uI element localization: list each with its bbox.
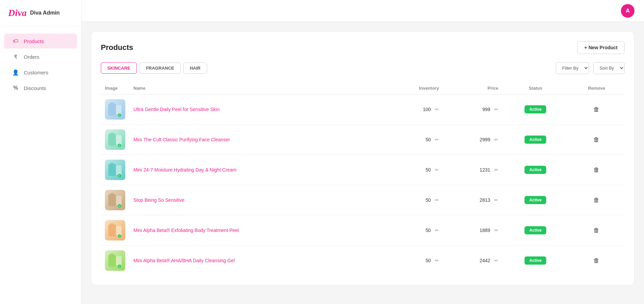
- product-name-cell: Mini Alpha Beta® AHA/BHA Daily Cleansing…: [129, 246, 381, 276]
- remove-cell: 🗑: [569, 215, 625, 246]
- product-name-link[interactable]: Stop Being So Sensitive: [133, 197, 184, 203]
- inventory-edit-icon[interactable]: ✏: [435, 197, 439, 203]
- topbar: A: [81, 0, 644, 22]
- inventory-edit-icon[interactable]: ✏: [435, 258, 439, 263]
- table-row: ✓ Mini The Cult Classic Purifying Face C…: [101, 125, 625, 155]
- new-product-button[interactable]: + New Product: [577, 41, 625, 54]
- sidebar-item-discounts[interactable]: Discounts: [4, 81, 77, 95]
- remove-cell: 🗑: [569, 94, 625, 125]
- price-cell: 1231 ✏: [443, 155, 502, 185]
- price-cell: 2813 ✏: [443, 185, 502, 215]
- remove-cell: 🗑: [569, 155, 625, 185]
- product-image: ✓: [105, 220, 125, 240]
- status-cell: Active: [502, 155, 569, 185]
- sidebar-nav: Products Orders Customers Discounts: [0, 26, 81, 103]
- inventory-cell: 50 ✏: [381, 155, 443, 185]
- svg-rect-21: [110, 223, 114, 226]
- filter-by-select[interactable]: Filter By: [556, 62, 589, 74]
- status-badge: Active: [525, 196, 546, 204]
- sidebar-item-label-customers: Customers: [24, 70, 49, 75]
- price-edit-icon[interactable]: ✏: [494, 258, 498, 263]
- remove-cell: 🗑: [569, 185, 625, 215]
- inventory-value: 50: [425, 258, 431, 263]
- product-image-cell: ✓: [101, 94, 129, 125]
- svg-rect-11: [110, 163, 114, 165]
- svg-rect-1: [110, 102, 114, 105]
- product-name-link[interactable]: Mini The Cult Classic Purifying Face Cle…: [133, 137, 230, 142]
- inventory-cell: 100 ✏: [381, 94, 443, 125]
- percent-icon: [12, 85, 19, 91]
- status-badge: Active: [525, 256, 546, 265]
- svg-rect-12: [116, 165, 122, 175]
- product-name-link[interactable]: Mini Alpha Beta® Exfoliating Body Treatm…: [133, 228, 239, 233]
- product-name-link[interactable]: Mini 24-7 Moisture Hydrating Day & Night…: [133, 167, 236, 173]
- col-status: Status: [502, 82, 569, 94]
- delete-icon[interactable]: 🗑: [593, 227, 600, 234]
- delete-icon[interactable]: 🗑: [593, 136, 600, 143]
- price-cell: 2999 ✏: [443, 125, 502, 155]
- table-row: ✓ Mini 24-7 Moisture Hydrating Day & Nig…: [101, 155, 625, 185]
- sidebar-item-customers[interactable]: Customers: [4, 65, 77, 80]
- delete-icon[interactable]: 🗑: [593, 106, 600, 113]
- product-name-cell: Mini Alpha Beta® Exfoliating Body Treatm…: [129, 215, 381, 246]
- svg-rect-16: [110, 193, 114, 196]
- table-row: ✓ Stop Being So Sensitive 50 ✏ 2813 ✏ Ac…: [101, 185, 625, 215]
- price-edit-icon[interactable]: ✏: [494, 197, 498, 203]
- price-cell: 999 ✏: [443, 94, 502, 125]
- delete-icon[interactable]: 🗑: [593, 257, 600, 264]
- col-image: Image: [101, 82, 129, 94]
- inventory-cell: 50 ✏: [381, 215, 443, 246]
- svg-rect-7: [116, 135, 122, 145]
- product-image-cell: ✓: [101, 246, 129, 276]
- content-area: Products + New Product SKINCARE FRAGRANC…: [81, 22, 644, 304]
- inventory-value: 50: [425, 228, 431, 233]
- logo-text: Diva: [8, 7, 26, 18]
- product-name-cell: Mini 24-7 Moisture Hydrating Day & Night…: [129, 155, 381, 185]
- delete-icon[interactable]: 🗑: [593, 197, 600, 203]
- inventory-cell: 50 ✏: [381, 246, 443, 276]
- status-cell: Active: [502, 94, 569, 125]
- category-tabs: SKINCARE FRAGRANCE HAIR: [101, 62, 207, 74]
- avatar[interactable]: A: [621, 4, 634, 18]
- svg-rect-6: [110, 132, 114, 135]
- price-edit-icon[interactable]: ✏: [494, 137, 498, 142]
- sidebar-item-orders[interactable]: Orders: [4, 49, 77, 64]
- inventory-edit-icon[interactable]: ✏: [435, 167, 439, 173]
- sidebar-item-label-orders: Orders: [24, 54, 39, 60]
- tab-hair[interactable]: HAIR: [183, 62, 207, 74]
- inventory-cell: 50 ✏: [381, 125, 443, 155]
- svg-text:✓: ✓: [118, 175, 121, 177]
- product-name-cell: Ultra Gentle Daily Peel for Sensitive Sk…: [129, 94, 381, 125]
- table-row: ✓ Ultra Gentle Daily Peel for Sensitive …: [101, 94, 625, 125]
- delete-icon[interactable]: 🗑: [593, 166, 600, 173]
- inventory-edit-icon[interactable]: ✏: [435, 137, 439, 142]
- price-edit-icon[interactable]: ✏: [494, 167, 498, 173]
- sort-by-select[interactable]: Sort By: [593, 62, 625, 74]
- svg-rect-22: [116, 226, 122, 235]
- tab-fragrance[interactable]: FRAGRANCE: [140, 62, 181, 74]
- remove-cell: 🗑: [569, 246, 625, 276]
- inventory-edit-icon[interactable]: ✏: [435, 107, 439, 112]
- svg-rect-5: [108, 134, 116, 146]
- price-edit-icon[interactable]: ✏: [494, 107, 498, 112]
- svg-rect-15: [108, 194, 116, 206]
- price-edit-icon[interactable]: ✏: [494, 228, 498, 233]
- price-value: 2999: [480, 137, 490, 142]
- col-inventory: Inventory: [381, 82, 443, 94]
- sidebar-item-label-discounts: Discounts: [24, 85, 46, 91]
- svg-text:✓: ✓: [118, 205, 121, 207]
- col-price: Price: [443, 82, 502, 94]
- svg-rect-2: [116, 105, 122, 114]
- sidebar-item-products[interactable]: Products: [4, 34, 77, 49]
- product-name-link[interactable]: Ultra Gentle Daily Peel for Sensitive Sk…: [133, 107, 220, 112]
- price-value: 1231: [480, 167, 490, 173]
- product-image-cell: ✓: [101, 215, 129, 246]
- status-cell: Active: [502, 215, 569, 246]
- svg-text:✓: ✓: [118, 235, 121, 237]
- product-name-link[interactable]: Mini Alpha Beta® AHA/BHA Daily Cleansing…: [133, 258, 235, 263]
- inventory-edit-icon[interactable]: ✏: [435, 228, 439, 233]
- tab-skincare[interactable]: SKINCARE: [101, 62, 137, 74]
- inventory-value: 50: [425, 137, 431, 142]
- inventory-value: 50: [425, 197, 431, 203]
- svg-rect-10: [108, 164, 116, 176]
